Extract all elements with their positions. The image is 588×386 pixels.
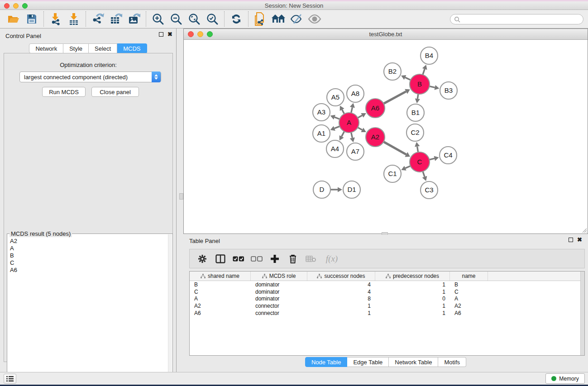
run-mcds-button[interactable]: Run MCDS [42, 87, 86, 97]
select-all-button[interactable] [230, 251, 247, 267]
column-header-name[interactable]: name [450, 272, 488, 281]
network-minimize-button[interactable] [197, 31, 203, 37]
tab-network[interactable]: Network [29, 43, 63, 53]
cell-successor-nodes[interactable]: 8 [307, 295, 375, 302]
edge-B-B2[interactable] [405, 77, 411, 80]
edge-C-C3[interactable] [423, 172, 425, 177]
edge-B-B4[interactable] [423, 69, 425, 75]
edge-A-A2[interactable] [358, 128, 362, 130]
tab-edge-table[interactable]: Edge Table [347, 357, 389, 367]
cell-predecessor-nodes[interactable]: 1 [375, 310, 450, 316]
cell-MCDS-role[interactable]: dominator [251, 281, 307, 288]
float-panel-icon[interactable] [159, 32, 163, 37]
delete-column-button[interactable] [285, 251, 301, 267]
close-table-panel-icon[interactable]: ✖ [577, 238, 582, 242]
result-scrollbar[interactable] [168, 234, 172, 386]
tab-motifs[interactable]: Motifs [438, 357, 466, 367]
cell-shared-name[interactable]: A2 [190, 303, 251, 309]
resize-grip-icon[interactable] [581, 227, 587, 233]
close-window-button[interactable] [4, 3, 10, 9]
hide-selected-button[interactable] [287, 11, 306, 27]
cell-MCDS-role[interactable]: dominator [251, 289, 307, 295]
edge-A6-B[interactable] [383, 91, 406, 104]
zoom-out-button[interactable] [167, 11, 185, 27]
cell-name[interactable]: B [450, 281, 488, 288]
network-close-button[interactable] [188, 31, 194, 37]
refresh-layout-button[interactable] [227, 11, 245, 27]
column-header-predecessor-nodes[interactable]: predecessor nodes [375, 272, 450, 281]
edge-A-A8[interactable] [351, 107, 353, 113]
function-builder-button[interactable]: f(x) [321, 251, 343, 267]
table-scrollbar[interactable] [580, 272, 584, 355]
close-panel-icon[interactable]: ✖ [167, 32, 172, 37]
delete-table-button[interactable] [303, 251, 319, 267]
first-neighbors-button[interactable] [269, 11, 287, 27]
zoom-selected-button[interactable] [203, 11, 221, 27]
search-input[interactable] [460, 15, 583, 24]
table-row[interactable]: Cdominator41C [190, 288, 584, 295]
network-from-file-button[interactable] [251, 11, 269, 27]
add-column-button[interactable] [267, 251, 283, 267]
export-network-button[interactable] [89, 11, 107, 27]
export-table-button[interactable] [107, 11, 125, 27]
export-image-button[interactable] [125, 11, 143, 27]
column-header-MCDS-role[interactable]: MCDS role [251, 272, 307, 281]
search-field[interactable] [450, 14, 583, 24]
edge-A2-C[interactable] [383, 142, 406, 154]
column-header-shared-name[interactable]: shared name [190, 272, 251, 281]
cell-shared-name[interactable]: C [190, 289, 251, 295]
column-layout-button[interactable] [212, 251, 229, 267]
cell-predecessor-nodes[interactable]: 0 [375, 295, 450, 302]
edge-C-C2[interactable] [417, 147, 418, 152]
edge-A-A3[interactable] [335, 117, 339, 119]
network-window-titlebar[interactable]: testGlobe.txt [184, 29, 588, 40]
edge-A-A4[interactable] [342, 131, 344, 136]
edge-A-A6[interactable] [358, 115, 362, 118]
mcds-result-list[interactable]: A2ABCA6 [7, 238, 172, 274]
save-session-button[interactable] [23, 11, 41, 27]
cell-MCDS-role[interactable]: connector [251, 310, 307, 316]
import-table-button[interactable] [65, 11, 83, 27]
show-hidden-button[interactable] [306, 11, 324, 27]
result-item[interactable]: A2 [7, 238, 172, 245]
cell-predecessor-nodes[interactable]: 1 [375, 289, 450, 295]
cell-name[interactable]: C [450, 289, 488, 295]
cell-successor-nodes[interactable]: 4 [307, 289, 375, 295]
cell-name[interactable]: A6 [450, 310, 488, 316]
cell-successor-nodes[interactable]: 1 [307, 310, 375, 316]
open-session-button[interactable] [5, 11, 23, 27]
result-item[interactable]: A6 [7, 267, 172, 274]
float-table-panel-icon[interactable] [569, 238, 573, 242]
table-row[interactable]: Bdominator41B [190, 281, 584, 288]
maximize-window-button[interactable] [22, 3, 28, 9]
cell-successor-nodes[interactable]: 1 [307, 303, 375, 309]
cell-shared-name[interactable]: B [190, 281, 251, 288]
table-row[interactable]: A6connector11A6 [190, 310, 584, 317]
tab-network-table[interactable]: Network Table [389, 357, 438, 367]
zoom-fit-button[interactable] [185, 11, 203, 27]
task-history-button[interactable] [4, 374, 16, 384]
tab-select[interactable]: Select [89, 43, 117, 53]
cell-MCDS-role[interactable]: dominator [251, 295, 307, 302]
memory-button[interactable]: Memory [545, 373, 585, 384]
edge-C-C4[interactable] [429, 158, 434, 160]
tab-mcds[interactable]: MCDS [117, 43, 147, 53]
cell-MCDS-role[interactable]: connector [251, 303, 307, 309]
edge-A-A1[interactable] [335, 126, 340, 129]
table-settings-button[interactable] [194, 251, 210, 267]
cell-predecessor-nodes[interactable]: 1 [375, 303, 450, 309]
cell-name[interactable]: A [450, 295, 488, 302]
close-panel-button[interactable]: Close panel [91, 87, 139, 97]
cell-shared-name[interactable]: A [190, 295, 251, 302]
optimization-criterion-dropdown[interactable]: largest connected component (directed) [19, 71, 161, 82]
vertical-splitter-handle[interactable] [179, 193, 183, 200]
edge-A-A5[interactable] [342, 110, 344, 114]
column-header-successor-nodes[interactable]: successor nodes [307, 272, 375, 281]
import-network-button[interactable] [47, 11, 65, 27]
edge-C-C1[interactable] [405, 166, 410, 168]
result-item[interactable]: A [7, 245, 172, 252]
minimize-window-button[interactable] [13, 3, 19, 9]
table-row[interactable]: A2connector11A2 [190, 302, 584, 310]
cell-name[interactable]: A2 [450, 303, 488, 309]
tab-style[interactable]: Style [63, 43, 89, 53]
